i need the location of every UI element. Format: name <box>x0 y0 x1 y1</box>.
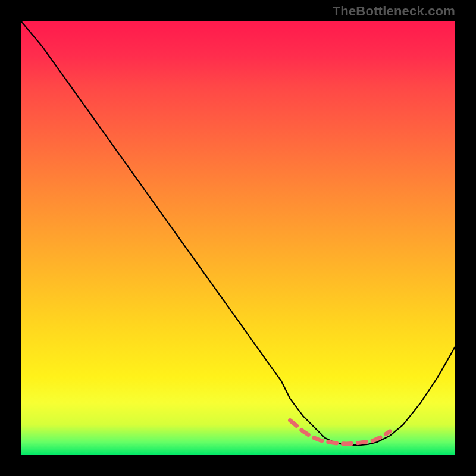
bottleneck-curve-path <box>21 21 455 445</box>
watermark-text: TheBottleneck.com <box>333 4 455 19</box>
chart-svg <box>21 21 455 455</box>
plot-area <box>21 21 455 455</box>
chart-frame: TheBottleneck.com <box>0 0 476 476</box>
bottleneck-optimal-dash <box>290 421 390 444</box>
